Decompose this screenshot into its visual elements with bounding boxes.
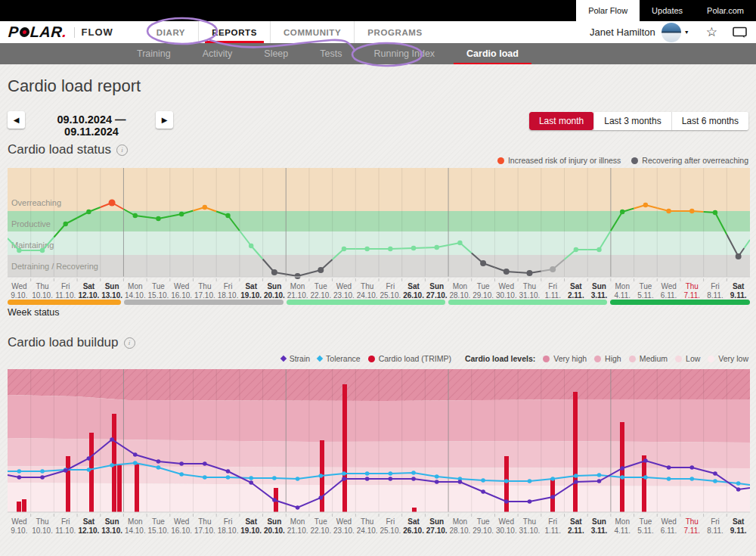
- svg-text:Sun: Sun: [105, 517, 119, 526]
- svg-text:Fri: Fri: [711, 517, 720, 526]
- svg-text:Sat: Sat: [245, 282, 257, 290]
- svg-text:18.10.: 18.10.: [218, 291, 239, 300]
- subnav-item-cardio-load[interactable]: Cardio load: [451, 43, 534, 64]
- level-label: Very low: [718, 354, 748, 363]
- nav-item-community[interactable]: COMMUNITY: [270, 21, 354, 43]
- svg-text:Thu: Thu: [36, 282, 48, 290]
- svg-text:Mon: Mon: [453, 517, 467, 526]
- svg-text:Wed: Wed: [11, 517, 26, 526]
- svg-text:Thu: Thu: [36, 517, 48, 526]
- top-site-bar: Polar FlowUpdatesPolar.com: [0, 0, 756, 21]
- level-item-very-high: Very high: [543, 354, 587, 363]
- svg-text:Mon: Mon: [615, 282, 629, 290]
- feedback-chat-icon[interactable]: [733, 26, 747, 39]
- svg-text:Wed: Wed: [11, 282, 26, 290]
- svg-text:Sun: Sun: [267, 517, 281, 526]
- svg-text:3.11.: 3.11.: [591, 291, 608, 300]
- week-status-segment-2: [124, 300, 284, 305]
- svg-text:10.10.: 10.10.: [32, 291, 53, 300]
- nav-item-reports[interactable]: REPORTS: [198, 21, 270, 43]
- svg-text:Tue: Tue: [639, 282, 652, 290]
- svg-text:Wed: Wed: [499, 517, 514, 526]
- nav-item-programs[interactable]: PROGRAMS: [354, 21, 435, 43]
- week-status-segment-1: [8, 300, 121, 305]
- svg-text:1.11.: 1.11.: [544, 291, 561, 300]
- next-period-button[interactable]: ▶: [156, 111, 173, 129]
- last-3-months-button[interactable]: Last 3 months: [593, 112, 671, 130]
- topbar-tab-polar-com[interactable]: Polar.com: [695, 0, 756, 21]
- svg-text:Thu: Thu: [361, 282, 373, 290]
- svg-text:Mon: Mon: [290, 517, 305, 526]
- svg-text:Fri: Fri: [61, 517, 70, 526]
- svg-text:11.10.: 11.10.: [55, 291, 76, 300]
- info-icon[interactable]: i: [116, 144, 128, 156]
- svg-text:23.10.: 23.10.: [333, 526, 355, 535]
- level-dot-icon: [594, 356, 601, 362]
- chevron-down-icon: ▼: [684, 30, 689, 35]
- legend-label: Increased risk of injury or illness: [508, 156, 621, 165]
- legend-label: Strain: [290, 354, 310, 363]
- svg-text:23.10.: 23.10.: [333, 291, 355, 300]
- topbar-tab-updates[interactable]: Updates: [640, 0, 695, 21]
- polar-logo[interactable]: PLAR.: [8, 23, 67, 41]
- week-status-segment-4: [448, 300, 607, 305]
- svg-text:22.10.: 22.10.: [310, 526, 331, 535]
- svg-text:Wed: Wed: [499, 282, 514, 290]
- svg-text:Tue: Tue: [477, 517, 490, 526]
- subnav-item-tests[interactable]: Tests: [304, 43, 358, 64]
- svg-text:Tue: Tue: [314, 517, 327, 526]
- svg-text:5.11.: 5.11.: [637, 526, 654, 535]
- svg-text:27.10.: 27.10.: [426, 291, 448, 300]
- subnav-item-training[interactable]: Training: [121, 43, 187, 64]
- last-6-months-button[interactable]: Last 6 months: [671, 112, 748, 130]
- svg-text:30.10.: 30.10.: [496, 291, 517, 300]
- svg-text:Thu: Thu: [523, 282, 536, 290]
- svg-text:14.10.: 14.10.: [125, 526, 146, 535]
- avatar[interactable]: [662, 23, 681, 42]
- level-item-low: Low: [675, 354, 700, 363]
- legend-label: Recovering after overreaching: [642, 156, 748, 165]
- svg-text:Tue: Tue: [152, 517, 165, 526]
- svg-text:Tue: Tue: [477, 282, 490, 290]
- svg-text:Fri: Fri: [711, 282, 720, 290]
- nav-item-diary[interactable]: DIARY: [144, 21, 198, 43]
- svg-text:Wed: Wed: [661, 282, 676, 290]
- svg-text:26.10.: 26.10.: [403, 526, 424, 535]
- svg-text:Tue: Tue: [152, 282, 165, 290]
- svg-text:Sat: Sat: [83, 282, 95, 290]
- svg-text:21.10.: 21.10.: [287, 526, 308, 535]
- svg-text:13.10.: 13.10.: [101, 526, 122, 535]
- svg-text:17.10.: 17.10.: [194, 291, 215, 300]
- info-icon[interactable]: i: [124, 337, 135, 349]
- svg-text:19.10.: 19.10.: [240, 291, 262, 300]
- user-name[interactable]: Janet Hamilton: [590, 26, 655, 38]
- svg-text:Fri: Fri: [224, 282, 233, 290]
- last-month-button[interactable]: Last month: [529, 112, 593, 130]
- svg-text:Fri: Fri: [548, 282, 557, 290]
- prev-period-button[interactable]: ◀: [8, 111, 25, 129]
- svg-text:Sun: Sun: [592, 517, 606, 526]
- subnav-item-activity[interactable]: Activity: [187, 43, 249, 64]
- subnav-item-running-index[interactable]: Running Index: [358, 43, 451, 64]
- svg-text:6.11.: 6.11.: [661, 291, 677, 300]
- user-area: Janet Hamilton ▼ ☆: [590, 21, 747, 43]
- favorite-star-icon[interactable]: ☆: [706, 24, 717, 40]
- level-label: Very high: [553, 354, 587, 363]
- polar-flow-app: Polar FlowUpdatesPolar.com PLAR. FLOW DI…: [0, 0, 756, 556]
- level-label: High: [605, 354, 621, 363]
- svg-text:4.11.: 4.11.: [614, 526, 631, 535]
- svg-text:Mon: Mon: [128, 517, 142, 526]
- svg-text:Thu: Thu: [361, 517, 373, 526]
- site-tabs: Polar FlowUpdatesPolar.com: [576, 0, 756, 21]
- topbar-tab-polar-flow[interactable]: Polar Flow: [576, 0, 640, 21]
- svg-text:8.11.: 8.11.: [707, 526, 723, 535]
- subnav-item-sleep[interactable]: Sleep: [248, 43, 304, 64]
- legend-item-recovering-after-overreaching: Recovering after overreaching: [631, 156, 748, 165]
- svg-text:13.10.: 13.10.: [101, 291, 122, 300]
- level-dot-icon: [675, 356, 682, 362]
- svg-text:25.10.: 25.10.: [380, 291, 401, 300]
- week-status-segment-5: [610, 300, 750, 305]
- status-legend: Increased risk of injury or illnessRecov…: [497, 156, 748, 165]
- svg-text:14.10.: 14.10.: [125, 291, 146, 300]
- svg-text:26.10.: 26.10.: [403, 291, 424, 300]
